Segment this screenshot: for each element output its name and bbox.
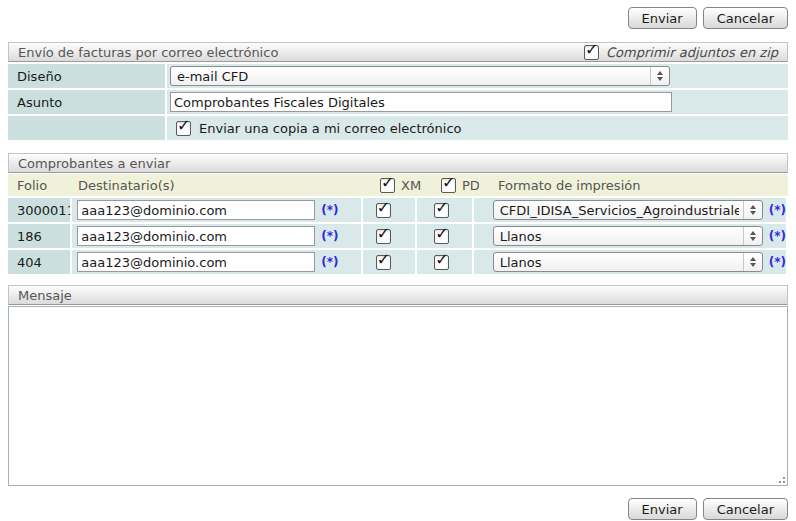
design-select[interactable]: e-mail CFD [170,66,670,86]
pdf-select-all-checkbox[interactable] [441,178,456,193]
pdf-column-label: PDF [462,178,479,193]
xml-column-label: XML [401,178,422,193]
documents-section-header: Comprobantes a enviar [8,153,788,173]
pdf-checkbox[interactable] [434,255,449,270]
select-spinner-icon [743,201,762,219]
email-section-title: Envío de facturas por correo electrónico [18,45,278,60]
copy-row: Enviar una copia a mi correo electrónico [8,116,788,140]
recipient-required-link[interactable]: (*) [321,255,338,269]
send-button-bottom[interactable]: Enviar [628,498,697,520]
column-header-recipients: Destinatario(s) [73,178,367,193]
design-row: Diseño e-mail CFD [8,64,788,88]
table-row: 404 (*) Llanos (*) [8,250,788,274]
format-required-link[interactable]: (*) [769,255,786,269]
pdf-cell [417,224,472,248]
email-section-header: Envío de facturas por correo electrónico… [8,42,788,62]
select-spinner-icon [650,67,669,85]
message-area-wrap [8,306,788,486]
table-row: 186 (*) Llanos (*) [8,224,788,248]
pdf-cell [417,250,472,274]
recipient-email-input[interactable] [77,200,315,220]
send-button-top[interactable]: Enviar [628,7,697,29]
recipient-required-link[interactable]: (*) [321,229,338,243]
select-spinner-icon [743,227,762,245]
recipients-cell: (*) [72,224,360,248]
email-invoice-form: Enviar Cancelar Envío de facturas por co… [0,0,796,520]
folio-cell: 3000011 [8,198,70,222]
folio-cell: 186 [8,224,70,248]
format-select[interactable]: Llanos [493,252,763,272]
format-select-value: CFDI_IDISA_Servicios_Agroindustriales_Te… [500,203,739,218]
xml-cell [363,250,416,274]
copy-checkbox-label: Enviar una copia a mi correo electrónico [199,121,462,136]
format-select-value: Llanos [500,255,739,270]
xml-cell [363,198,416,222]
xml-checkbox[interactable] [376,255,391,270]
recipients-cell: (*) [72,198,360,222]
bottom-action-bar: Enviar Cancelar [8,498,788,520]
top-action-bar: Enviar Cancelar [8,7,788,29]
format-select[interactable]: CFDI_IDISA_Servicios_Agroindustriales_Te… [493,200,763,220]
pdf-checkbox[interactable] [434,203,449,218]
format-cell: Llanos (*) [474,224,786,248]
xml-cell [363,224,416,248]
design-label: Diseño [8,64,165,88]
xml-select-all-checkbox[interactable] [380,178,395,193]
format-cell: CFDI_IDISA_Servicios_Agroindustriales_Te… [474,198,786,222]
copy-row-empty-label [8,116,165,140]
recipient-email-input[interactable] [77,252,315,272]
recipients-cell: (*) [72,250,360,274]
message-section-header: Mensaje [8,285,788,305]
format-select-value: Llanos [500,229,739,244]
copy-field-cell: Enviar una copia a mi correo electrónico [167,116,788,140]
message-section-title: Mensaje [18,288,72,303]
select-spinner-icon [743,253,762,271]
format-required-link[interactable]: (*) [769,203,786,217]
column-header-folio: Folio [8,178,73,193]
zip-option: Comprimir adjuntos en zip [584,45,778,60]
copy-checkbox[interactable] [176,121,191,136]
cancel-button-bottom[interactable]: Cancelar [703,498,788,520]
table-row: 3000011 (*) CFDI_IDISA_Servicios_Agroind… [8,198,788,222]
recipient-required-link[interactable]: (*) [321,203,338,217]
subject-field-cell [167,90,788,114]
design-select-value: e-mail CFD [177,69,646,84]
documents-section-title: Comprobantes a enviar [18,156,170,171]
zip-checkbox[interactable] [584,45,599,60]
documents-table-header: Folio Destinatario(s) XML PDF Formato de… [8,174,788,196]
design-field-cell: e-mail CFD [167,64,788,88]
column-header-xml: XML [367,178,422,193]
recipient-email-input[interactable] [77,226,315,246]
message-textarea[interactable] [8,306,788,486]
format-cell: Llanos (*) [474,250,786,274]
pdf-cell [417,198,472,222]
format-required-link[interactable]: (*) [769,229,786,243]
xml-checkbox[interactable] [376,229,391,244]
pdf-checkbox[interactable] [434,229,449,244]
column-header-pdf: PDF [422,178,479,193]
subject-input[interactable] [170,92,672,112]
subject-label: Asunto [8,90,165,114]
format-select[interactable]: Llanos [493,226,763,246]
zip-checkbox-label: Comprimir adjuntos en zip [606,45,778,60]
column-header-format: Formato de impresión [479,178,788,193]
xml-checkbox[interactable] [376,203,391,218]
cancel-button-top[interactable]: Cancelar [703,7,788,29]
subject-row: Asunto [8,90,788,114]
folio-cell: 404 [8,250,70,274]
